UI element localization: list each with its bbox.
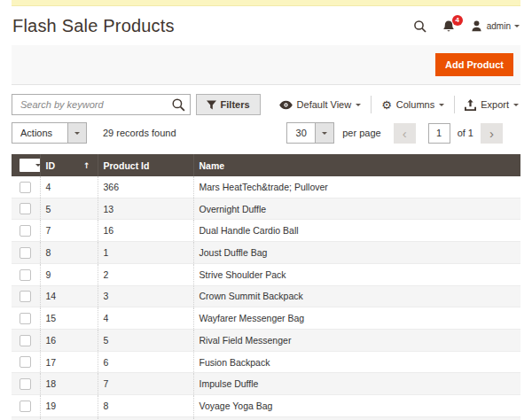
mass-actions-area: Actions 29 records found	[12, 122, 176, 144]
cell-id: 19	[40, 395, 98, 417]
cell-name: Wayfarer Messenger Bag	[193, 307, 520, 330]
cell-product-id: 13	[98, 198, 193, 220]
table-row: 18 7 Impulse Duffle	[12, 373, 520, 395]
global-search-button[interactable]	[413, 19, 427, 34]
column-header-product-id[interactable]: Product Id	[98, 154, 193, 176]
table-row: 20 9 Compete Track Tote	[12, 416, 520, 420]
columns-menu[interactable]: ⚙ Columns	[372, 96, 454, 113]
row-checkbox[interactable]	[20, 269, 31, 281]
page-header: Flash Sale Products 4 admin	[0, 6, 532, 45]
chevron-down-icon	[356, 104, 361, 106]
row-checkbox[interactable]	[20, 378, 31, 390]
per-page-dropdown[interactable]	[315, 123, 333, 143]
cell-id: 20	[40, 416, 98, 420]
cell-product-id: 9	[98, 416, 193, 420]
grid-view-controls: Filters Default View ⚙ Columns Export	[196, 94, 520, 115]
table-row: 8 1 Joust Duffle Bag	[12, 242, 520, 264]
actions-select[interactable]: Actions	[12, 122, 87, 144]
cell-product-id: 4	[98, 307, 193, 330]
search-input[interactable]	[12, 94, 191, 115]
cell-id: 9	[40, 263, 98, 285]
cell-name: Compete Track Tote	[193, 416, 520, 420]
table-row: 15 4 Wayfarer Messenger Bag	[12, 307, 520, 330]
cell-id: 15	[40, 307, 98, 330]
chevron-down-icon	[74, 132, 80, 135]
table-header-row: ID ↑ Product Id Name	[12, 154, 520, 176]
table-row: 19 8 Voyage Yoga Bag	[12, 395, 520, 417]
chevron-down-icon	[35, 164, 41, 167]
chevron-down-icon	[514, 25, 520, 27]
previous-page-button[interactable]: ‹	[394, 123, 416, 144]
table-row: 16 5 Rival Field Messenger	[12, 330, 520, 352]
cell-product-id: 7	[98, 373, 193, 395]
page-actions-band: Add Product	[12, 45, 520, 85]
cell-id: 4	[40, 176, 98, 198]
sort-ascending-icon: ↑	[83, 161, 90, 170]
filters-button[interactable]: Filters	[196, 94, 261, 115]
row-checkbox[interactable]	[20, 225, 31, 237]
header-actions: 4 admin	[413, 19, 520, 34]
grid-toolbar: Filters Default View ⚙ Columns Export	[12, 94, 520, 115]
admin-account-menu[interactable]: admin	[470, 19, 520, 33]
per-page-select[interactable]: 30	[286, 122, 334, 144]
search-submit-button[interactable]	[171, 97, 186, 113]
notification-count-badge: 4	[452, 15, 463, 26]
add-product-button[interactable]: Add Product	[435, 53, 513, 76]
column-header-id[interactable]: ID ↑	[40, 154, 98, 176]
cell-product-id: 8	[98, 395, 193, 417]
cell-name: Voyage Yoga Bag	[193, 395, 520, 417]
cell-name: Strive Shoulder Pack	[193, 263, 520, 285]
gear-icon: ⚙	[381, 99, 392, 111]
chevron-down-icon	[513, 104, 519, 106]
cell-product-id: 16	[98, 220, 193, 242]
cell-name: Overnight Duffle	[193, 198, 520, 220]
default-view-menu[interactable]: Default View	[270, 96, 372, 113]
row-checkbox[interactable]	[20, 313, 31, 324]
cell-name: Fusion Backpack	[193, 351, 520, 373]
table-row: 17 6 Fusion Backpack	[12, 351, 520, 373]
row-checkbox[interactable]	[20, 203, 31, 214]
filter-funnel-icon	[207, 100, 216, 110]
pagination-area: 30 per page ‹ of 1 ›	[286, 122, 503, 144]
cell-id: 8	[40, 242, 98, 264]
cell-product-id: 5	[98, 330, 193, 352]
cell-id: 18	[40, 373, 98, 395]
cell-id: 14	[40, 285, 98, 307]
chevron-down-icon	[439, 104, 444, 106]
per-page-label: per page	[342, 128, 380, 138]
export-icon	[465, 99, 476, 111]
keyword-search	[12, 94, 191, 115]
cell-product-id: 3	[98, 285, 193, 307]
user-icon	[470, 19, 483, 33]
cell-name: Dual Handle Cardio Ball	[193, 220, 520, 242]
cell-name: Impulse Duffle	[193, 373, 520, 395]
row-checkbox[interactable]	[20, 401, 31, 412]
cell-product-id: 1	[98, 242, 193, 264]
table-row: 14 3 Crown Summit Backpack	[12, 285, 520, 307]
chevron-down-icon	[322, 132, 327, 135]
table-row: 7 16 Dual Handle Cardio Ball	[12, 220, 520, 242]
current-page-input[interactable]	[428, 123, 450, 144]
page-title: Flash Sale Products	[12, 16, 175, 36]
row-checkbox[interactable]	[20, 335, 31, 346]
eye-icon	[279, 100, 293, 110]
product-table: ID ↑ Product Id Name 4 366 Mars HeatTech…	[12, 154, 520, 420]
row-checkbox[interactable]	[20, 247, 31, 259]
row-checkbox[interactable]	[20, 356, 31, 368]
cell-id: 16	[40, 330, 98, 352]
row-checkbox[interactable]	[20, 291, 31, 302]
per-page-value: 30	[287, 123, 315, 143]
cell-id: 17	[40, 351, 98, 373]
actions-select-dropdown[interactable]	[67, 123, 86, 143]
column-header-name[interactable]: Name	[193, 154, 520, 176]
cell-name: Mars HeatTech&trade; Pullover	[193, 176, 520, 198]
total-pages-label: of 1	[458, 128, 473, 138]
row-checkbox[interactable]	[20, 182, 31, 193]
notifications-button[interactable]: 4	[442, 19, 456, 34]
search-icon	[413, 19, 427, 34]
select-all-header	[12, 154, 40, 176]
next-page-button[interactable]: ›	[481, 123, 503, 144]
notification-banner	[12, 0, 520, 6]
export-menu[interactable]: Export	[455, 96, 520, 113]
cell-product-id: 2	[98, 263, 193, 285]
